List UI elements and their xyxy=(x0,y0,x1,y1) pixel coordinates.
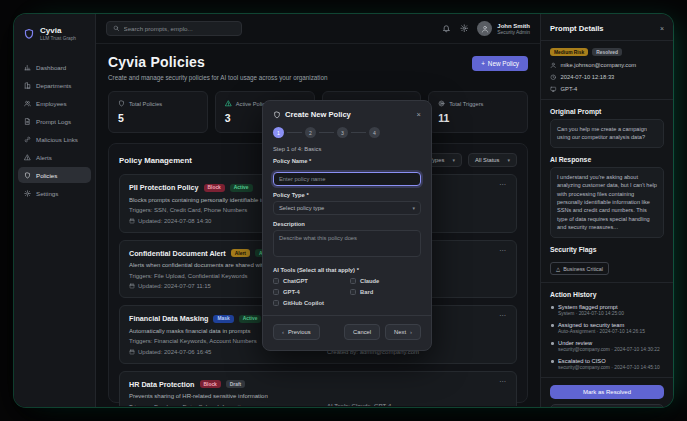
monitor-icon xyxy=(550,86,557,93)
step-4[interactable]: 4 xyxy=(369,127,380,138)
stat-value: 11 xyxy=(438,112,518,124)
original-prompt-heading: Original Prompt xyxy=(550,108,664,115)
divider xyxy=(541,40,673,41)
history-item: System flagged prompt System · 2024-07-1… xyxy=(550,304,664,317)
checkbox-bard[interactable]: Bard xyxy=(350,289,421,295)
previous-button[interactable]: ‹ Previous xyxy=(273,324,320,340)
section-title: Policy Management xyxy=(119,156,192,165)
policy-card-hr-data-protection[interactable]: HR Data Protection Block Draft Prevents … xyxy=(119,371,517,407)
policy-name: Confidential Document Alert xyxy=(129,249,226,258)
original-prompt-text: Can you help me create a campaign using … xyxy=(550,119,664,148)
avatar xyxy=(477,21,492,36)
prompt-timestamp: 2024-07-10 12:18:33 xyxy=(550,74,664,81)
panel-title: Prompt Details xyxy=(550,24,604,33)
sidebar: Cyvia LLM Trust Graph Dashboard Departme… xyxy=(14,14,96,407)
user-name: John Smith xyxy=(497,23,530,29)
stat-total-triggers: Total Triggers 11 xyxy=(428,91,528,133)
search-box[interactable] xyxy=(106,21,242,36)
clock-icon xyxy=(550,74,557,81)
sidebar-item-settings[interactable]: Settings xyxy=(18,185,91,201)
link-icon xyxy=(24,136,31,143)
checkbox-icon[interactable] xyxy=(273,289,279,295)
brand-name: Cyvia xyxy=(40,26,76,35)
page-title: Cyvia Policies xyxy=(108,54,327,70)
checkbox-gpt4[interactable]: GPT-4 xyxy=(273,289,344,295)
chevron-right-icon: › xyxy=(410,329,412,335)
new-policy-button[interactable]: + New Policy xyxy=(472,56,528,71)
app-window: Cyvia LLM Trust Graph Dashboard Departme… xyxy=(14,14,673,407)
stat-value: 5 xyxy=(118,112,198,124)
policy-name-input[interactable] xyxy=(273,172,421,186)
sidebar-item-alerts[interactable]: Alerts xyxy=(18,149,91,165)
prompt-model: GPT-4 xyxy=(550,86,664,93)
sidebar-item-policies[interactable]: Policies xyxy=(18,167,91,183)
shield-icon xyxy=(273,111,281,119)
close-icon[interactable]: × xyxy=(660,25,664,32)
policy-name: HR Data Protection xyxy=(129,380,195,389)
policy-menu-button[interactable]: ⋯ xyxy=(499,377,507,386)
policy-name-label: Policy Name * xyxy=(273,158,421,164)
policy-menu-button[interactable]: ⋯ xyxy=(499,246,507,255)
status-badge: Active xyxy=(230,184,253,192)
step-1[interactable]: 1 xyxy=(273,127,284,138)
policy-menu-button[interactable]: ⋯ xyxy=(499,311,507,320)
checkbox-github-copilot[interactable]: GitHub Copilot xyxy=(273,300,344,306)
checkbox-icon[interactable] xyxy=(273,278,279,284)
close-icon[interactable]: × xyxy=(417,110,421,119)
step-2[interactable]: 2 xyxy=(305,127,316,138)
sidebar-item-prompt-logs[interactable]: Prompt Logs xyxy=(18,113,91,129)
prompt-details-panel: Prompt Details × Medium Risk Resolved mi… xyxy=(540,14,673,407)
risk-badge: Medium Risk xyxy=(550,48,588,56)
divider xyxy=(541,377,673,378)
search-input[interactable] xyxy=(124,25,236,32)
checkbox-chatgpt[interactable]: ChatGPT xyxy=(273,278,344,284)
description-label: Description xyxy=(273,221,421,227)
target-icon xyxy=(438,100,445,107)
file-icon xyxy=(24,118,31,125)
next-button[interactable]: Next › xyxy=(385,324,421,340)
ai-response-heading: AI Response xyxy=(550,156,664,163)
chevron-down-icon: ▾ xyxy=(412,205,415,211)
mark-resolved-button[interactable]: Mark as Resolved xyxy=(550,385,664,399)
checkbox-icon[interactable] xyxy=(350,289,356,295)
escalate-button[interactable]: Escalate xyxy=(550,404,664,407)
policy-name: PII Protection Policy xyxy=(129,183,199,192)
chevron-down-icon: ▾ xyxy=(507,157,510,163)
person-icon xyxy=(550,62,557,69)
ai-response-text: I understand you're asking about analyzi… xyxy=(550,167,664,238)
wizard-steps: 1 2 3 4 xyxy=(273,127,421,138)
stat-total-policies: Total Policies 5 xyxy=(108,91,208,133)
policy-description: Prevents sharing of HR-related sensitive… xyxy=(129,393,507,399)
filter-all-status[interactable]: All Status ▾ xyxy=(468,153,517,167)
users-icon xyxy=(24,100,31,107)
step-3[interactable]: 3 xyxy=(337,127,348,138)
ai-tools-label: AI Tools (Select all that apply) * xyxy=(273,267,421,273)
shield-icon xyxy=(24,172,31,179)
policy-type-badge: Block xyxy=(200,380,221,388)
description-textarea[interactable] xyxy=(273,230,421,257)
checkbox-icon[interactable] xyxy=(350,278,356,284)
shield-logo-icon xyxy=(23,28,35,40)
security-flags-heading: Security Flags xyxy=(550,246,664,253)
checkbox-icon[interactable] xyxy=(273,300,279,306)
policy-type-select[interactable]: Select policy type ▾ xyxy=(273,201,421,215)
status-badge: Resolved xyxy=(592,48,622,56)
gear-icon[interactable] xyxy=(460,24,469,33)
policy-menu-button[interactable]: ⋯ xyxy=(499,180,507,189)
prompt-user: mike.johnson@company.com xyxy=(550,62,664,69)
sidebar-item-malicious-links[interactable]: Malicious Links xyxy=(18,131,91,147)
calendar-icon xyxy=(129,218,135,224)
building-icon xyxy=(24,82,31,89)
sidebar-item-dashboard[interactable]: Dashboard xyxy=(18,59,91,75)
user-menu[interactable]: John Smith Security Admin xyxy=(477,21,530,36)
security-flag-badge: △ Business Critical xyxy=(550,262,609,275)
checkbox-claude[interactable]: Claude xyxy=(350,278,421,284)
bell-icon[interactable] xyxy=(442,24,451,33)
history-item: Under review security@company.com · 2024… xyxy=(550,340,664,353)
sidebar-item-employees[interactable]: Employees xyxy=(18,95,91,111)
cancel-button[interactable]: Cancel xyxy=(344,324,380,340)
page-subtitle: Create and manage security policies for … xyxy=(108,74,327,81)
policy-name: Financial Data Masking xyxy=(129,314,208,323)
step-label: Step 1 of 4: Basics xyxy=(273,146,421,152)
sidebar-item-departments[interactable]: Departments xyxy=(18,77,91,93)
